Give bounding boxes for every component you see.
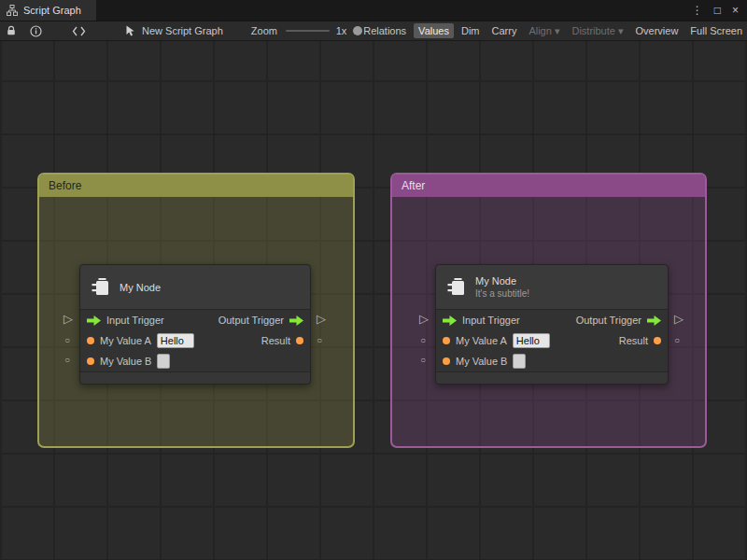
value-b-port-icon[interactable]	[443, 357, 450, 365]
value-b-port[interactable]: ○	[420, 354, 426, 367]
graph-name-label[interactable]: New Script Graph	[142, 25, 223, 36]
value-a-input[interactable]	[157, 333, 194, 348]
align-dropdown[interactable]: Align ▾	[524, 23, 564, 39]
value-b-port[interactable]: ○	[64, 354, 70, 367]
unit-icon	[446, 277, 467, 298]
trigger-input-label: Input Trigger	[106, 315, 164, 326]
tab-title: Script Graph	[23, 5, 81, 16]
node-title: My Node	[475, 275, 529, 287]
value-b-row: My Value B	[436, 351, 668, 371]
value-a-port[interactable]: ○	[64, 334, 70, 347]
zoom-slider[interactable]	[286, 30, 330, 32]
trigger-input-port[interactable]: ▷	[419, 313, 429, 326]
result-port-icon[interactable]	[654, 337, 661, 344]
value-a-port[interactable]: ○	[420, 334, 426, 347]
trigger-input-icon[interactable]	[87, 315, 101, 326]
value-a-port-icon[interactable]	[443, 337, 450, 344]
value-a-label: My Value A	[456, 335, 507, 346]
lock-icon[interactable]	[6, 25, 17, 36]
script-graph-icon	[7, 5, 18, 16]
group-before-header[interactable]: Before	[39, 175, 353, 197]
value-a-input[interactable]	[513, 333, 550, 348]
node-my-node-after[interactable]: My Node It's a subtitle! Input Trigger O…	[435, 264, 669, 385]
node-header[interactable]: My Node	[80, 265, 310, 310]
fullscreen-button[interactable]: Full Screen	[685, 23, 747, 38]
trigger-output-port[interactable]: ▷	[317, 313, 326, 326]
zoom-slider-thumb[interactable]	[353, 26, 362, 35]
node-footer	[436, 371, 668, 384]
value-a-row: My Value A Result	[80, 330, 310, 351]
graph-canvas[interactable]: Before After My Node	[0, 41, 747, 560]
chevron-down-icon: ▾	[618, 25, 624, 36]
value-b-port-icon[interactable]	[87, 357, 94, 365]
distribute-label: Distribute	[571, 25, 614, 36]
carry-button[interactable]: Carry	[487, 23, 522, 38]
group-after-header[interactable]: After	[392, 175, 705, 197]
value-a-row: My Value A Result	[436, 330, 668, 351]
align-label: Align	[529, 25, 551, 36]
toolbar-buttons: Relations Values Dim Carry Align ▾ Distr…	[359, 23, 747, 39]
titlebar: Script Graph ⋮ □ ×	[0, 0, 747, 21]
group-title: Before	[49, 179, 81, 192]
node-footer	[80, 371, 310, 384]
value-a-port-icon[interactable]	[87, 337, 94, 344]
value-b-label: My Value B	[100, 356, 151, 367]
value-b-row: My Value B	[80, 351, 310, 371]
distribute-dropdown[interactable]: Distribute ▾	[567, 23, 627, 39]
relations-button[interactable]: Relations	[359, 23, 411, 38]
trigger-output-label: Output Trigger	[218, 315, 284, 326]
trigger-row: Input Trigger Output Trigger	[80, 310, 310, 330]
trigger-output-icon[interactable]	[647, 315, 661, 326]
result-port[interactable]: ○	[674, 334, 680, 347]
zoom-label: Zoom	[251, 25, 277, 36]
zoom-value: 1x	[336, 25, 347, 36]
kebab-menu-icon[interactable]: ⋮	[692, 5, 703, 16]
window-controls: ⋮ □ ×	[692, 0, 747, 21]
overview-button[interactable]: Overview	[631, 23, 684, 38]
result-port-icon[interactable]	[296, 337, 303, 344]
value-a-label: My Value A	[100, 335, 151, 346]
trigger-input-icon[interactable]	[443, 315, 457, 326]
node-header[interactable]: My Node It's a subtitle!	[436, 265, 668, 310]
graph-toolbar: New Script Graph Zoom 1x Relations Value…	[0, 21, 747, 41]
info-icon[interactable]	[30, 25, 42, 37]
trigger-output-port[interactable]: ▷	[674, 313, 684, 326]
value-b-label: My Value B	[456, 356, 507, 367]
value-b-input[interactable]	[157, 354, 170, 369]
trigger-input-label: Input Trigger	[462, 315, 520, 326]
close-icon[interactable]: ×	[732, 5, 739, 16]
result-port[interactable]: ○	[317, 334, 322, 347]
result-label: Result	[261, 335, 290, 346]
tab-script-graph[interactable]: Script Graph	[0, 0, 96, 21]
trigger-row: Input Trigger Output Trigger	[436, 310, 668, 330]
value-b-input[interactable]	[513, 354, 526, 369]
code-icon[interactable]	[72, 26, 86, 36]
dim-button[interactable]: Dim	[457, 23, 485, 38]
graph-pointer-icon	[125, 25, 135, 36]
values-button[interactable]: Values	[414, 23, 454, 38]
chevron-down-icon: ▾	[555, 25, 560, 36]
result-label: Result	[619, 335, 648, 346]
node-title: My Node	[120, 282, 161, 293]
maximize-icon[interactable]: □	[714, 5, 721, 16]
group-title: After	[402, 179, 425, 192]
node-subtitle: It's a subtitle!	[475, 288, 529, 299]
trigger-input-port[interactable]: ▷	[63, 313, 73, 326]
node-my-node-before[interactable]: My Node Input Trigger Output Trigger My …	[79, 264, 311, 385]
trigger-output-label: Output Trigger	[576, 315, 641, 326]
unit-icon	[91, 277, 111, 298]
trigger-output-icon[interactable]	[289, 315, 303, 326]
